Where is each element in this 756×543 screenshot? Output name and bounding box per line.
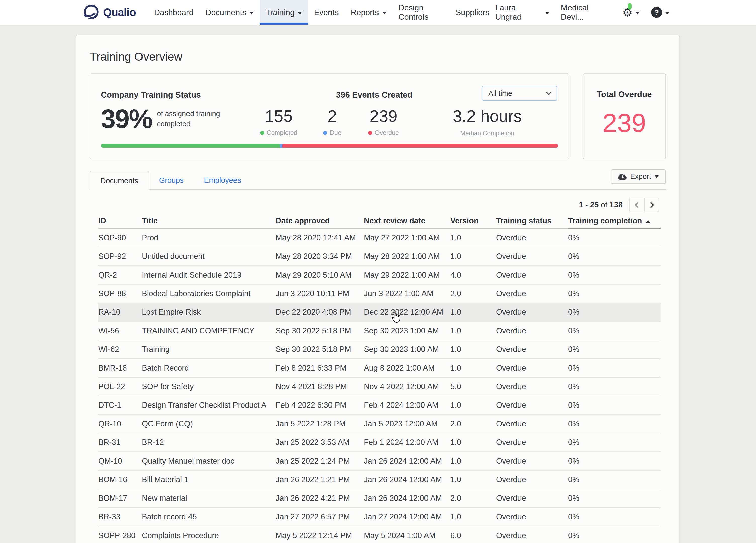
cell-training-status: Overdue	[496, 247, 568, 266]
table-row[interactable]: BOM-16Bill Material 1Jan 26 2022 1:21 PM…	[98, 470, 661, 489]
table-row[interactable]: BMR-18Batch RecordFeb 8 2021 6:33 PMAug …	[98, 359, 661, 377]
median-completion-label: Median Completion	[453, 130, 522, 137]
table-row[interactable]: SOPP-280Complaints ProcedureMay 5 2022 1…	[98, 526, 661, 543]
cell-training-status: Overdue	[496, 229, 568, 247]
chevron-down-icon	[635, 12, 640, 14]
table-header-row: IDTitleDate approvedNext review dateVers…	[98, 214, 661, 229]
table-row[interactable]: WI-62TrainingSep 30 2022 5:18 PMSep 30 2…	[98, 340, 661, 359]
qualio-logo[interactable]: Qualio	[83, 0, 136, 25]
cell-next-review-date: Jan 26 2024 12:00 AM	[364, 452, 450, 470]
nav-item-suppliers[interactable]: Suppliers	[450, 0, 495, 25]
column-header-training-status[interactable]: Training status	[496, 214, 568, 229]
cell-date-approved: Nov 4 2021 8:28 PM	[276, 377, 364, 396]
table-row[interactable]: SOP-92Untitled documentMay 28 2020 3:34 …	[98, 247, 661, 266]
cell-training-completion: 0%	[568, 433, 661, 452]
cell-version: 2.0	[450, 415, 496, 433]
progress-segment	[282, 144, 558, 148]
brand-name: Qualio	[103, 6, 136, 19]
qualio-logo-icon	[83, 4, 100, 21]
column-header-next-review-date[interactable]: Next review date	[364, 214, 450, 229]
cell-next-review-date: Jan 26 2024 12:00 AM	[364, 470, 450, 489]
column-header-date-approved[interactable]: Date approved	[276, 214, 364, 229]
table-row[interactable]: BR-31BR-12Jan 25 2022 3:53 AMFeb 1 2024 …	[98, 433, 661, 452]
stat-value: 155	[260, 107, 297, 126]
chevron-down-icon	[249, 12, 254, 14]
stat-label: Completed	[267, 129, 297, 137]
tab-documents[interactable]: Documents	[90, 171, 149, 190]
table-row[interactable]: QM-10Quality Manuel master docJan 25 202…	[98, 452, 661, 470]
tab-employees[interactable]: Employees	[194, 171, 251, 189]
cell-next-review-date: Feb 1 2024 12:00 AM	[364, 433, 450, 452]
cell-id: QR-10	[98, 415, 142, 433]
table-row[interactable]: WI-56TRAINING AND COMPETENCYSep 30 2022 …	[98, 322, 661, 340]
org-switcher[interactable]: Medical Devi...	[561, 3, 611, 22]
settings-menu[interactable]: ⚙	[622, 7, 640, 18]
table-row[interactable]: RA-10Lost Empire RiskDec 22 2020 4:08 PM…	[98, 303, 661, 322]
column-header-id[interactable]: ID	[98, 214, 142, 229]
help-menu[interactable]: ?	[651, 7, 669, 18]
export-button[interactable]: Export	[611, 169, 666, 184]
nav-item-label: Training	[266, 8, 294, 17]
user-menu[interactable]: Laura Ungrad	[495, 3, 549, 22]
median-completion-value: 3.2 hours	[453, 107, 522, 126]
tab-groups[interactable]: Groups	[149, 171, 194, 189]
cell-next-review-date: Jan 5 2023 12:00 AM	[364, 415, 450, 433]
cell-id: BR-33	[98, 508, 142, 526]
cell-training-status: Overdue	[496, 433, 568, 452]
time-filter-select[interactable]: All time	[482, 86, 557, 101]
table-row[interactable]: QR-10QC Form (CQ)Jan 5 2022 1:28 PMJan 5…	[98, 415, 661, 433]
cell-id: SOPP-280	[98, 526, 142, 543]
column-header-version[interactable]: Version	[450, 214, 496, 229]
cell-training-completion: 0%	[568, 266, 661, 284]
cell-version: 2.0	[450, 489, 496, 508]
total-overdue-card: Total Overdue 239	[583, 73, 666, 159]
cell-id: BOM-17	[98, 489, 142, 508]
cell-training-completion: 0%	[568, 526, 661, 543]
cell-next-review-date: May 27 2022 1:00 AM	[364, 229, 450, 247]
cell-version: 1.0	[450, 508, 496, 526]
previous-page-button[interactable]	[629, 198, 644, 212]
table-row[interactable]: SOP-88Biodeal Laboratories ComplaintJun …	[98, 284, 661, 303]
cell-version: 6.0	[450, 526, 496, 543]
cell-training-status: Overdue	[496, 322, 568, 340]
nav-item-events[interactable]: Events	[308, 0, 345, 25]
nav-item-reports[interactable]: Reports	[345, 0, 393, 25]
nav-item-documents[interactable]: Documents	[199, 0, 260, 25]
help-icon: ?	[651, 7, 662, 18]
table-row[interactable]: SOP-90ProdMay 28 2020 12:41 AMMay 27 202…	[98, 229, 661, 247]
cell-training-completion: 0%	[568, 340, 661, 359]
column-header-training-completion[interactable]: Training completion	[568, 214, 661, 229]
table-row[interactable]: BR-33Batch record 45Jan 27 2022 6:57 PMJ…	[98, 508, 661, 526]
median-completion: 3.2 hours Median Completion	[453, 107, 522, 137]
cell-id: WI-62	[98, 340, 142, 359]
documents-training-table: IDTitleDate approvedNext review dateVers…	[98, 214, 661, 543]
org-name: Medical Devi...	[561, 3, 611, 22]
cell-training-status: Overdue	[496, 415, 568, 433]
company-training-status-label: Company Training Status	[101, 90, 201, 100]
column-header-label: Training status	[496, 216, 551, 225]
cell-id: SOP-90	[98, 229, 142, 247]
cell-training-completion: 0%	[568, 396, 661, 415]
cell-training-status: Overdue	[496, 470, 568, 489]
cell-date-approved: May 29 2020 5:10 AM	[276, 266, 364, 284]
cell-training-status: Overdue	[496, 508, 568, 526]
cell-version: 1.0	[450, 247, 496, 266]
stat-completed: 155Completed	[260, 107, 297, 137]
cell-next-review-date: Aug 8 2022 1:00 AM	[364, 359, 450, 377]
table-row[interactable]: QR-2Internal Audit Schedule 2019May 29 2…	[98, 266, 661, 284]
table-row[interactable]: BOM-17New materialJan 26 2022 4:21 PMJan…	[98, 489, 661, 508]
table-row[interactable]: POL-22SOP for SafetyNov 4 2021 8:28 PMNo…	[98, 377, 661, 396]
next-page-button[interactable]	[644, 198, 659, 212]
table-row[interactable]: DTC-1Design Transfer Checklist Product A…	[98, 396, 661, 415]
nav-item-design-controls[interactable]: Design Controls	[393, 0, 450, 25]
nav-item-dashboard[interactable]: Dashboard	[148, 0, 200, 25]
nav-item-training[interactable]: Training	[260, 0, 308, 25]
chevron-down-icon	[665, 12, 669, 14]
cell-id: QR-2	[98, 266, 142, 284]
cell-title: Biodeal Laboratories Complaint	[142, 284, 276, 303]
cell-training-completion: 0%	[568, 489, 661, 508]
column-header-title[interactable]: Title	[142, 214, 276, 229]
export-cloud-download-icon	[618, 173, 627, 180]
column-header-label: Date approved	[276, 216, 330, 225]
chevron-right-icon	[648, 202, 654, 208]
